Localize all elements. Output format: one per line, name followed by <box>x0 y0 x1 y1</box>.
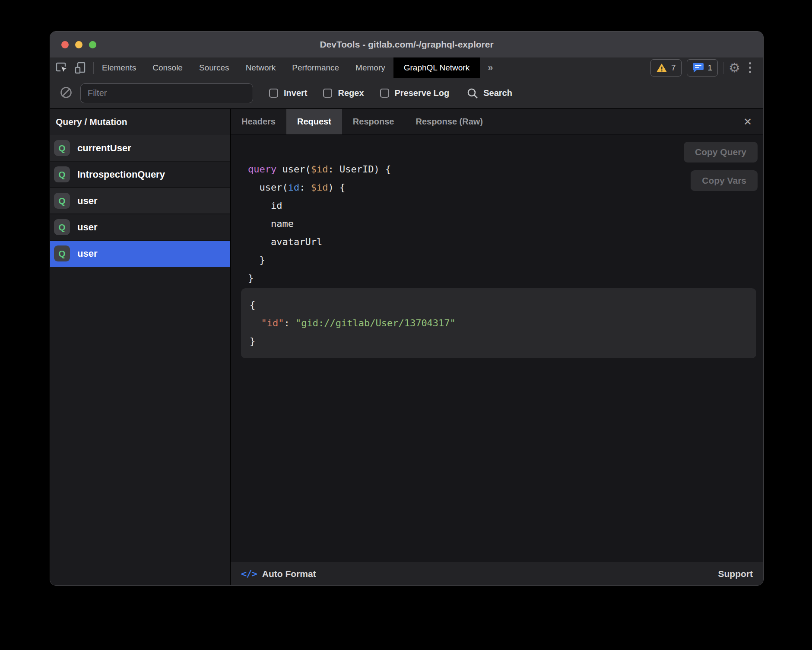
preserve-log-label: Preserve Log <box>395 88 450 98</box>
search-button[interactable]: Search <box>466 87 512 99</box>
tab-performance[interactable]: Performance <box>284 57 347 78</box>
device-toolbar-icon[interactable] <box>74 61 87 74</box>
badge-separator <box>723 62 723 74</box>
warning-count: 7 <box>671 63 676 73</box>
query-type-badge: Q <box>54 140 70 156</box>
query-type-badge: Q <box>54 245 70 261</box>
query-name: currentUser <box>77 143 131 154</box>
filter-bar: Invert Regex Preserve Log Search <box>50 78 763 109</box>
list-item-user-2[interactable]: Q user <box>50 214 230 241</box>
request-content: query user($id: UserID) { user(id: $id) … <box>231 135 763 562</box>
graphql-variables-box: { "id": "gid://gitlab/User/13704317"} <box>241 288 756 358</box>
title-bar: DevTools - gitlab.com/-/graphql-explorer <box>50 32 763 57</box>
kebab-menu-icon[interactable] <box>745 62 755 73</box>
query-type-badge: Q <box>54 219 70 235</box>
devtools-tab-bar: Elements Console Sources Network Perform… <box>50 57 763 78</box>
search-label: Search <box>483 88 512 98</box>
tab-network[interactable]: Network <box>238 57 284 78</box>
list-item-currentuser[interactable]: Q currentUser <box>50 135 230 162</box>
settings-gear-icon[interactable]: ⚙ <box>729 61 740 74</box>
tab-graphql-network[interactable]: GraphQL Network <box>393 57 480 78</box>
preserve-log-checkbox-group[interactable]: Preserve Log <box>380 88 450 98</box>
query-name: user <box>77 222 97 233</box>
preserve-log-checkbox[interactable] <box>380 89 389 98</box>
tab-response-raw[interactable]: Response (Raw) <box>405 109 494 134</box>
tab-response[interactable]: Response <box>342 109 405 134</box>
panel-footer: </> Auto Format Support <box>231 562 763 585</box>
search-icon <box>466 87 479 99</box>
tab-memory[interactable]: Memory <box>347 57 393 78</box>
auto-format-button[interactable]: Auto Format <box>262 569 316 579</box>
tab-console[interactable]: Console <box>144 57 191 78</box>
window-title: DevTools - gitlab.com/-/graphql-explorer <box>50 39 763 50</box>
sidebar-header: Query / Mutation <box>50 109 230 135</box>
tab-sources[interactable]: Sources <box>191 57 238 78</box>
tab-headers[interactable]: Headers <box>231 109 286 134</box>
invert-checkbox[interactable] <box>269 89 278 98</box>
warnings-badge[interactable]: 7 <box>650 59 682 76</box>
detail-tab-bar: Headers Request Response Response (Raw) … <box>231 109 763 135</box>
regex-label: Regex <box>338 88 364 98</box>
invert-label: Invert <box>284 88 307 98</box>
list-item-user-1[interactable]: Q user <box>50 188 230 214</box>
inspect-element-icon[interactable] <box>55 61 68 74</box>
more-tabs-icon[interactable]: » <box>480 57 501 78</box>
message-icon <box>692 62 704 73</box>
list-item-user-3-selected[interactable]: Q user <box>50 241 230 267</box>
filter-input[interactable] <box>80 83 253 103</box>
regex-checkbox[interactable] <box>323 89 332 98</box>
regex-checkbox-group[interactable]: Regex <box>323 88 364 98</box>
request-detail-panel: Headers Request Response Response (Raw) … <box>231 109 763 585</box>
support-link[interactable]: Support <box>718 569 753 579</box>
copy-query-button[interactable]: Copy Query <box>684 142 758 162</box>
query-type-badge: Q <box>54 166 70 182</box>
block-requests-icon[interactable] <box>60 86 73 101</box>
query-list-sidebar: Query / Mutation Q currentUser Q Introsp… <box>50 109 231 585</box>
messages-badge[interactable]: 1 <box>687 59 718 76</box>
tab-request[interactable]: Request <box>286 109 342 134</box>
auto-format-icon: </> <box>241 568 257 579</box>
query-name: IntrospectionQuery <box>77 169 165 180</box>
tab-elements[interactable]: Elements <box>94 57 144 78</box>
close-detail-icon[interactable]: ✕ <box>732 109 763 134</box>
invert-checkbox-group[interactable]: Invert <box>269 88 307 98</box>
list-item-introspectionquery[interactable]: Q IntrospectionQuery <box>50 162 230 188</box>
copy-vars-button[interactable]: Copy Vars <box>691 170 758 191</box>
query-name: user <box>77 195 97 207</box>
query-name: user <box>77 248 97 259</box>
query-type-badge: Q <box>54 193 70 209</box>
devtools-window: DevTools - gitlab.com/-/graphql-explorer… <box>50 31 764 586</box>
message-count: 1 <box>708 63 713 73</box>
warning-icon <box>656 63 667 73</box>
